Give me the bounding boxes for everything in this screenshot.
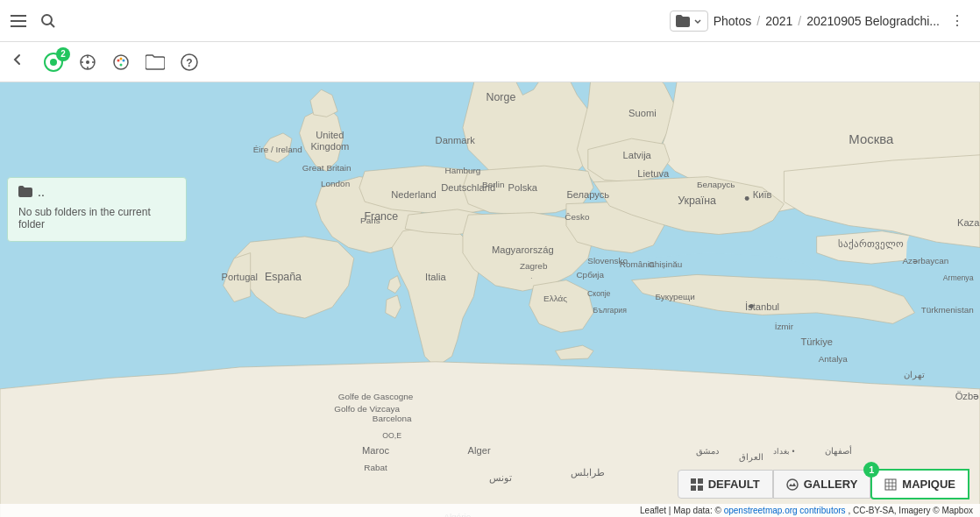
svg-text:Paris: Paris [360,216,380,225]
svg-text:Türkiye: Türkiye [800,336,833,347]
svg-text:Česko: Česko [565,212,590,222]
svg-text:Беларусь: Беларусь [697,180,735,189]
top-toolbar: Photos / 2021 / 20210905 Belogradchi... … [0,0,980,42]
svg-text:أصفهان: أصفهان [825,445,852,457]
default-view-button[interactable]: DEFAULT [678,470,773,499]
gallery-label: GALLERY [804,478,858,491]
breadcrumb-sep-2: / [798,14,801,28]
mapique-view-button[interactable]: MAPIQUE [870,469,969,499]
svg-text:Antalya: Antalya [819,354,849,364]
osm-link[interactable]: openstreetmap.org contributors [724,506,846,515]
svg-text:Golfo de Vizcaya: Golfo de Vizcaya [334,404,400,414]
svg-text:Alger: Alger [468,445,491,456]
pin-button-wrap: 2 [44,53,63,72]
breadcrumb-sep-1: / [756,14,760,28]
svg-text:Ελλάς: Ελλάς [543,294,567,303]
svg-text:Great Britain: Great Britain [302,163,352,173]
help-icon[interactable]: ? [181,53,198,71]
svg-text:Armenya: Armenya [943,273,974,282]
svg-text:Київ: Київ [753,189,772,200]
svg-text:Скопје: Скопје [587,289,611,298]
svg-text:Suomi: Suomi [628,108,657,118]
search-icon[interactable] [40,13,56,29]
svg-point-84 [749,304,754,308]
attribution-text: Leaflet | Map data: © [640,506,724,515]
map-container[interactable]: Norge Suomi United Kingdom Great Britain… [0,82,980,517]
svg-text:საქართველო: საქართველო [838,238,904,250]
more-options-button[interactable]: ⋮ [945,11,969,31]
menu-icon[interactable] [11,15,26,27]
svg-text:Berlin: Berlin [482,180,504,189]
svg-text:Lietuva: Lietuva [637,168,670,179]
svg-line-4 [51,23,55,27]
breadcrumb-year[interactable]: 2021 [765,14,792,28]
folder-parent-label[interactable]: .. [38,185,45,199]
mapique-icon [884,478,897,491]
back-button[interactable] [11,53,25,71]
svg-rect-88 [691,485,696,491]
svg-text:Danmark: Danmark [436,135,476,145]
svg-text:Norge: Norge [486,91,516,103]
crosshair-icon[interactable] [79,53,96,71]
svg-text:Букурещи: Букурещи [656,292,695,301]
svg-rect-87 [698,478,703,484]
mapique-button-wrap: MAPIQUE 1 [870,469,969,499]
svg-rect-86 [691,478,696,484]
folder-selector[interactable] [670,11,708,32]
svg-text:Éire / Ireland: Éire / Ireland [253,145,302,154]
gallery-icon [786,478,799,491]
svg-text:España: España [265,271,302,283]
svg-text:Özbəkistan: Özbəkistan [955,391,980,401]
svg-point-90 [787,479,798,490]
svg-text:United: United [316,130,344,140]
pin-badge: 2 [56,47,70,61]
svg-text:العراق: العراق [739,452,763,463]
svg-text:Kingdom: Kingdom [310,141,349,152]
palette-icon[interactable] [112,53,130,71]
svg-text:Türkmenistan: Türkmenistan [921,305,974,315]
svg-text:Chișinău: Chișinău [649,259,683,269]
svg-text:?: ? [186,57,192,69]
svg-text:Україна: Україна [678,195,716,207]
svg-text:Barcelona: Barcelona [373,414,412,423]
svg-rect-2 [11,25,26,27]
svg-text:İzmir: İzmir [775,322,794,331]
svg-rect-0 [11,15,26,17]
svg-text:Nederland: Nederland [391,189,436,200]
svg-text:Hamburg: Hamburg [445,166,481,175]
svg-text:تهران: تهران [904,370,925,380]
svg-text:بغداد •: بغداد • [773,447,794,456]
breadcrumb-album[interactable]: 20210905 Belogradchi... [806,14,940,28]
mapique-label: MAPIQUE [902,478,955,491]
map-view-controls: DEFAULT GALLERY MAPIQUE 1 [678,469,969,499]
svg-point-14 [117,59,120,61]
sub-toolbar: 2 ? [0,42,980,82]
svg-text:Zagreb: Zagreb [520,261,548,271]
svg-text:Москва: Москва [849,132,894,146]
map-attribution: Leaflet | Map data: © openstreetmap.org … [0,504,980,517]
svg-point-6 [50,59,57,66]
svg-text:Italia: Italia [425,272,446,282]
svg-text:London: London [321,179,350,188]
svg-text:Беларусь: Беларусь [566,189,609,200]
breadcrumb-photos[interactable]: Photos [714,14,752,28]
attribution-suffix: , CC-BY-SA, Imagery © Mapbox [848,506,973,515]
svg-text:Azərbaycan: Azərbaycan [902,256,948,266]
folder-icon[interactable] [146,54,165,70]
svg-rect-91 [885,479,896,490]
toolbar-right: Photos / 2021 / 20210905 Belogradchi... … [670,11,969,32]
svg-text:Rabat: Rabat [364,463,387,472]
folder-panel-row: .. [18,185,175,199]
svg-text:Portugal: Portugal [222,272,259,282]
svg-rect-89 [698,485,703,491]
svg-text:Maroc: Maroc [362,445,389,456]
gallery-view-button[interactable]: GALLERY [773,470,871,499]
svg-point-3 [42,15,52,25]
svg-text:Србија: Србија [576,270,604,280]
svg-text:България: България [593,306,627,315]
svg-text:OO,E: OO,E [382,431,401,440]
folder-panel-message: No sub folders in the current folder [18,206,175,230]
default-label: DEFAULT [708,478,760,491]
svg-text:Latvija: Latvija [623,150,652,160]
svg-text:Kazakstan: Kazakstan [957,217,980,228]
